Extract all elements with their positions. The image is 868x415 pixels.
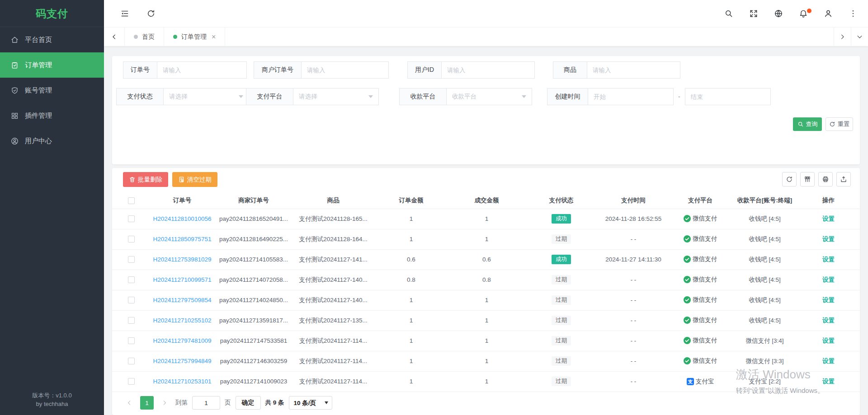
sidebar-item-plugins[interactable]: 插件管理 <box>0 103 104 128</box>
order-amount: 1 <box>373 371 449 392</box>
row-checkbox[interactable] <box>128 358 135 364</box>
order-number-link[interactable]: H2024112753981029 <box>153 256 212 263</box>
product-name: 支付测试20241127-135... <box>293 310 373 331</box>
export-icon[interactable] <box>836 172 851 187</box>
order-number-link[interactable]: H2024112850975751 <box>153 236 212 242</box>
row-checkbox[interactable] <box>128 297 135 303</box>
product-input[interactable] <box>587 61 680 79</box>
batch-delete-button[interactable]: 批量删除 <box>123 172 168 187</box>
row-checkbox[interactable] <box>128 236 135 242</box>
settings-link[interactable]: 设置 <box>822 236 835 242</box>
pay-time: 2024-11-28 16:52:55 <box>599 209 668 229</box>
tab-dot-icon <box>134 35 138 39</box>
tabs-scroll-right-button[interactable] <box>834 28 851 46</box>
current-page-button[interactable]: 1 <box>140 396 154 410</box>
pay-platform-select[interactable]: 请选择 <box>293 88 379 105</box>
wechat-pay-icon <box>684 317 691 324</box>
settings-link[interactable]: 设置 <box>822 276 835 283</box>
print-icon[interactable] <box>818 172 833 187</box>
sidebar-item-label: 账号管理 <box>25 86 52 95</box>
product-name: 支付测试20241128-165... <box>293 209 373 229</box>
refresh-table-icon[interactable] <box>782 172 797 187</box>
next-page-button[interactable] <box>158 396 171 410</box>
search-icon[interactable] <box>724 9 733 18</box>
product-name: 支付测试20241127-114... <box>293 371 373 392</box>
order-number-link[interactable]: H2024112710253101 <box>153 378 212 385</box>
reset-button[interactable]: 重置 <box>826 117 853 131</box>
prev-page-button[interactable] <box>123 396 136 410</box>
receive-account: 微信支付 [3:3] <box>732 351 797 371</box>
tabbar-spacer <box>225 28 834 46</box>
sidebar-item-accounts[interactable]: 账号管理 <box>0 78 104 103</box>
sidebar-item-orders[interactable]: 订单管理 <box>0 52 104 78</box>
more-options-icon[interactable] <box>849 9 858 18</box>
settings-link[interactable]: 设置 <box>822 215 835 222</box>
select-all-checkbox[interactable] <box>128 197 135 204</box>
wechat-pay-icon <box>684 296 691 303</box>
tab-home[interactable]: 首页 <box>125 28 164 46</box>
receive-account: 收钱吧 [4:5] <box>732 209 797 229</box>
version-info: 版本号：v1.0.0 by techhaha <box>0 392 104 409</box>
order-no-input[interactable] <box>157 61 247 79</box>
tabs-menu-button[interactable] <box>851 28 868 46</box>
notifications-bell-icon[interactable] <box>799 9 808 18</box>
settings-link[interactable]: 设置 <box>822 378 835 385</box>
tab-order-management[interactable]: 订单管理 × <box>164 28 225 46</box>
settings-link[interactable]: 设置 <box>822 317 835 324</box>
merchant-order-no-input[interactable] <box>301 61 389 79</box>
clear-expired-button[interactable]: 清空过期 <box>172 172 217 187</box>
pay-status-select[interactable]: 请选择 <box>163 88 249 105</box>
col-header: 收款平台[账号:终端] <box>732 192 797 209</box>
paid-amount: 0.6 <box>449 249 524 270</box>
confirm-page-button[interactable]: 确定 <box>236 396 261 410</box>
row-checkbox[interactable] <box>128 215 135 222</box>
query-button[interactable]: 查询 <box>793 117 822 131</box>
order-number-link[interactable]: H2024112710255102 <box>153 317 212 324</box>
date-range-separator: - <box>678 93 680 100</box>
row-checkbox[interactable] <box>128 317 135 324</box>
tab-label: 首页 <box>142 33 155 41</box>
settings-link[interactable]: 设置 <box>822 358 835 364</box>
row-checkbox[interactable] <box>128 256 135 263</box>
order-number-link[interactable]: H2024112710099571 <box>153 276 212 283</box>
sidebar-item-home[interactable]: 平台首页 <box>0 27 104 52</box>
settings-link[interactable]: 设置 <box>822 256 835 263</box>
fullscreen-icon[interactable] <box>749 9 758 18</box>
order-number-link[interactable]: H2024112810010056 <box>153 215 212 222</box>
sidebar-item-user-center[interactable]: 用户中心 <box>0 128 104 154</box>
columns-filter-icon[interactable] <box>800 172 815 187</box>
page-number-input[interactable] <box>192 396 220 410</box>
end-date-input[interactable] <box>685 88 771 105</box>
receive-platform-select[interactable]: 收款平台 <box>446 88 532 105</box>
start-date-input[interactable] <box>588 88 674 105</box>
row-checkbox[interactable] <box>128 337 135 344</box>
tab-close-icon[interactable]: × <box>212 33 216 41</box>
table-row: H2024112797481009 pay20241127147533581 支… <box>112 331 860 351</box>
merchant-order-no: pay2024112816490225... <box>214 229 293 249</box>
filter-label: 收款平台 <box>399 88 446 105</box>
settings-link[interactable]: 设置 <box>822 337 835 344</box>
status-badge: 过期 <box>552 356 571 366</box>
language-globe-icon[interactable] <box>774 9 783 18</box>
col-header: 订单号 <box>151 192 214 209</box>
receive-account: 收钱吧 [4:5] <box>732 229 797 249</box>
settings-link[interactable]: 设置 <box>822 297 835 303</box>
wechat-pay-icon <box>684 235 691 242</box>
table-row: H2024112757994849 pay20241127146303259 支… <box>112 351 860 371</box>
row-checkbox[interactable] <box>128 378 135 385</box>
order-amount: 0.6 <box>373 249 449 270</box>
row-checkbox[interactable] <box>128 276 135 283</box>
refresh-page-icon[interactable] <box>146 9 156 18</box>
filter-label: 商品 <box>553 61 587 79</box>
collapse-menu-icon[interactable] <box>120 9 129 18</box>
merchant-order-no: pay2024112714024850... <box>214 290 293 310</box>
tabs-scroll-left-button[interactable] <box>104 28 125 46</box>
order-number-link[interactable]: H2024112797481009 <box>153 337 212 344</box>
pay-time: - - <box>599 351 668 371</box>
order-number-link[interactable]: H2024112757994849 <box>153 358 212 364</box>
order-number-link[interactable]: H2024112797509854 <box>153 297 212 303</box>
status-badge: 成功 <box>552 214 571 224</box>
page-size-select[interactable]: 10 条/页 <box>289 396 332 410</box>
user-profile-icon[interactable] <box>824 9 833 18</box>
user-id-input[interactable] <box>441 61 535 79</box>
